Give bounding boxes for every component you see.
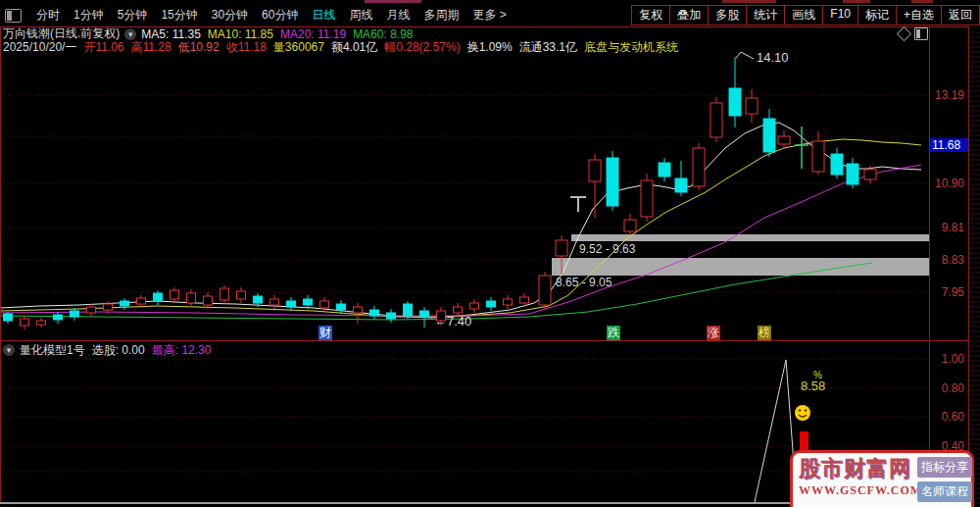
indicator-axis-label: 1.00 <box>927 352 964 366</box>
zone-range-label: 8.65 - 9.05 <box>556 276 612 289</box>
right-scroll-strip[interactable] <box>969 26 980 507</box>
watermark-site-name: 股市财富网 <box>799 457 914 481</box>
current-price-tag: 11.68 <box>930 138 968 152</box>
indicator-field: 最高: 12.30 <box>152 343 212 357</box>
indicator-field: 选股: 0.00 <box>92 343 145 357</box>
indicator-axis-label: 0.80 <box>927 381 964 395</box>
watermark-site-url: WWW.GSCFW.COM <box>799 483 914 498</box>
main-chart-canvas[interactable] <box>0 0 980 507</box>
chart-left-border <box>0 26 1 504</box>
signal-value-label: 8.58 <box>801 379 825 393</box>
indicator-values: 选股: 0.00最高: 12.30 <box>92 342 219 359</box>
watermark-char-badge: 跌 <box>607 326 620 340</box>
watermark-char-badge: 涨 <box>707 326 720 340</box>
indicator-header: ▾ 量化模型1号 选股: 0.00最高: 12.30 <box>3 343 218 357</box>
watermark-text-block: 股市财富网 WWW.GSCFW.COM <box>799 457 914 498</box>
high-price-annotation: 14.10 <box>757 50 789 65</box>
watermark-badge-1: 指标分享 <box>917 457 972 478</box>
watermark-char-badge: 财 <box>318 326 332 340</box>
site-watermark: 股市财富网 WWW.GSCFW.COM 指标分享 名师课程 <box>790 450 974 507</box>
indicator-axis-label: 0.60 <box>927 410 964 424</box>
signal-percent-label: % <box>813 370 822 380</box>
price-axis-label: 9.81 <box>927 221 964 234</box>
price-axis-label: 10.90 <box>927 177 964 190</box>
watermark-char-badge: 榜 <box>758 326 771 340</box>
price-axis-label: 8.83 <box>927 253 964 267</box>
trading-app-window: 分时1分钟5分钟15分钟30分钟60分钟日线周线月线多周期更多 > 复权叠加多股… <box>0 0 980 507</box>
watermark-badge-2: 名师课程 <box>917 482 972 502</box>
price-axis-label: 13.19 <box>927 88 964 102</box>
low-price-annotation: ←7.40 <box>434 314 471 329</box>
axis-left-border <box>929 26 930 504</box>
collapse-pane-icon[interactable]: ▾ <box>3 344 15 356</box>
watermark-badges: 指标分享 名师课程 <box>917 457 972 502</box>
price-axis-label: 7.95 <box>927 285 964 299</box>
zone-range-label: 9.52 - 9.63 <box>579 242 635 256</box>
indicator-title[interactable]: 量化模型1号 <box>20 342 85 359</box>
